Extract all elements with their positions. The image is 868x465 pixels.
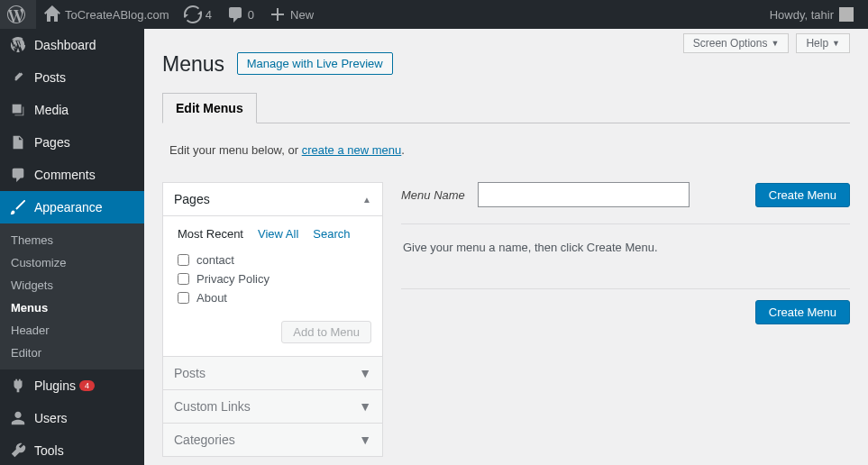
main-content: Screen Options▼ Help▼ Menus Manage with … xyxy=(144,29,868,465)
sidebar-label: Users xyxy=(34,411,68,425)
comments-icon xyxy=(9,166,27,184)
tab-edit-menus[interactable]: Edit Menus xyxy=(162,93,257,123)
submenu-header[interactable]: Header xyxy=(0,319,144,342)
live-preview-button[interactable]: Manage with Live Preview xyxy=(237,52,393,75)
users-icon xyxy=(9,409,27,427)
chevron-down-icon: ▼ xyxy=(832,39,840,48)
create-new-menu-link[interactable]: create a new menu xyxy=(302,143,402,157)
chevron-up-icon: ▲ xyxy=(362,195,371,205)
pages-metabox-body: Most Recent View All Search contact Priv… xyxy=(163,216,382,356)
sidebar-label: Media xyxy=(34,103,69,117)
sidebar-label: Tools xyxy=(34,443,64,458)
menu-help-text: Give your menu a name, then click Create… xyxy=(403,241,850,254)
sidebar-item-users[interactable]: Users xyxy=(0,402,144,434)
comment-icon xyxy=(226,5,244,23)
page-checkbox[interactable] xyxy=(178,292,189,304)
plugin-icon xyxy=(9,377,27,395)
pages-tab-all[interactable]: View All xyxy=(258,227,298,241)
wp-logo[interactable] xyxy=(0,0,36,29)
new-content[interactable]: New xyxy=(261,0,321,29)
posts-metabox-toggle[interactable]: Posts ▼ xyxy=(162,357,383,390)
admin-toolbar: ToCreateABlog.com 4 0 New Howdy, tahir xyxy=(0,0,868,29)
page-checkbox[interactable] xyxy=(178,254,189,266)
media-icon xyxy=(9,101,27,119)
sidebar-label: Dashboard xyxy=(34,38,96,52)
chevron-down-icon: ▼ xyxy=(359,433,371,447)
comments[interactable]: 0 xyxy=(219,0,261,29)
site-name[interactable]: ToCreateABlog.com xyxy=(36,0,177,29)
create-menu-button-bottom[interactable]: Create Menu xyxy=(755,300,850,324)
menu-name-label: Menu Name xyxy=(401,188,465,202)
chevron-down-icon: ▼ xyxy=(359,399,371,414)
sidebar-item-pages[interactable]: Pages xyxy=(0,126,144,159)
update-icon xyxy=(184,5,202,23)
create-menu-button-top[interactable]: Create Menu xyxy=(755,183,850,207)
submenu-editor[interactable]: Editor xyxy=(0,342,144,364)
submenu-themes[interactable]: Themes xyxy=(0,229,144,251)
sidebar-item-tools[interactable]: Tools xyxy=(0,434,144,465)
sidebar-item-plugins[interactable]: Plugins 4 xyxy=(0,369,144,402)
pages-tab-search[interactable]: Search xyxy=(313,227,350,241)
page-title: Menus xyxy=(162,52,224,77)
pages-metabox-toggle[interactable]: Pages ▲ xyxy=(163,183,382,216)
menu-settings-column: Menu Name Create Menu Give your menu a n… xyxy=(401,182,850,457)
page-option-privacy[interactable]: Privacy Policy xyxy=(178,272,373,286)
dashboard-icon xyxy=(9,36,27,54)
chevron-down-icon: ▼ xyxy=(771,39,779,48)
meta-boxes: Pages ▲ Most Recent View All Search cont… xyxy=(162,182,383,457)
submenu-menus[interactable]: Menus xyxy=(0,296,144,319)
comments-count: 0 xyxy=(248,8,254,22)
help-button[interactable]: Help▼ xyxy=(796,33,850,53)
screen-options-button[interactable]: Screen Options▼ xyxy=(683,33,790,53)
pin-icon xyxy=(9,68,27,87)
plugins-badge: 4 xyxy=(79,380,95,391)
add-to-menu-button[interactable]: Add to Menu xyxy=(281,321,371,343)
intro-text: Edit your menu below, or create a new me… xyxy=(169,143,850,157)
sidebar-item-comments[interactable]: Comments xyxy=(0,159,144,191)
pages-tab-recent[interactable]: Most Recent xyxy=(178,227,243,241)
home-icon xyxy=(43,5,61,23)
admin-sidebar: Dashboard Posts Media Pages Comments App… xyxy=(0,29,144,465)
chevron-down-icon: ▼ xyxy=(359,366,371,380)
wordpress-icon xyxy=(7,5,25,23)
updates-count: 4 xyxy=(206,8,212,22)
howdy-text: Howdy, tahir xyxy=(770,8,834,22)
appearance-submenu: Themes Customize Widgets Menus Header Ed… xyxy=(0,223,144,369)
sidebar-item-dashboard[interactable]: Dashboard xyxy=(0,29,144,61)
sidebar-item-media[interactable]: Media xyxy=(0,94,144,126)
plus-icon xyxy=(269,5,287,23)
nav-tabs: Edit Menus xyxy=(162,93,850,123)
page-icon xyxy=(9,133,27,151)
sidebar-label: Posts xyxy=(34,70,66,85)
updates[interactable]: 4 xyxy=(177,0,219,29)
sidebar-label: Appearance xyxy=(34,200,103,214)
new-label: New xyxy=(290,8,314,22)
sidebar-label: Pages xyxy=(34,135,70,150)
page-option-about[interactable]: About xyxy=(178,291,373,305)
page-option-contact[interactable]: contact xyxy=(178,253,373,267)
custom-links-metabox-toggle[interactable]: Custom Links ▼ xyxy=(162,390,383,424)
site-name-label: ToCreateABlog.com xyxy=(65,8,169,22)
categories-metabox-toggle[interactable]: Categories ▼ xyxy=(162,424,383,457)
sidebar-label: Comments xyxy=(34,168,96,182)
my-account[interactable]: Howdy, tahir xyxy=(763,0,861,29)
avatar xyxy=(839,7,854,22)
sidebar-item-appearance[interactable]: Appearance xyxy=(0,191,144,223)
tools-icon xyxy=(9,442,27,460)
submenu-widgets[interactable]: Widgets xyxy=(0,274,144,296)
submenu-customize[interactable]: Customize xyxy=(0,251,144,274)
page-checkbox[interactable] xyxy=(178,273,189,285)
brush-icon xyxy=(9,198,27,216)
sidebar-item-posts[interactable]: Posts xyxy=(0,61,144,94)
menu-name-input[interactable] xyxy=(478,182,690,207)
sidebar-label: Plugins xyxy=(34,378,76,393)
